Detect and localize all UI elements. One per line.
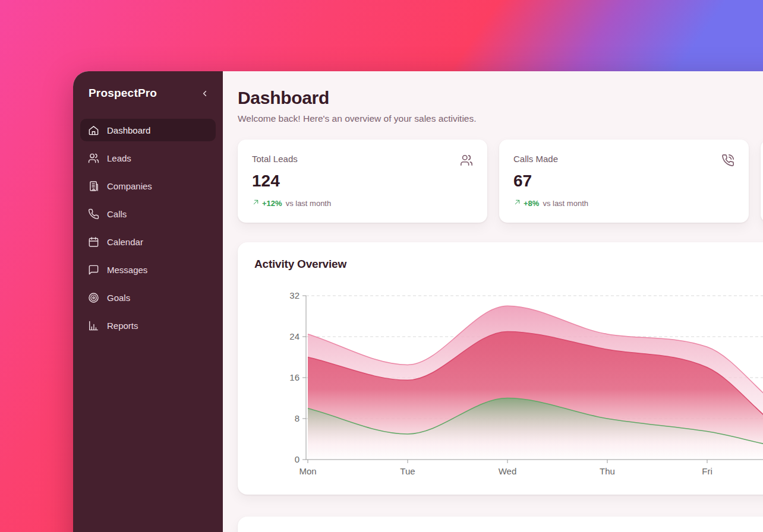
sidebar-item-label: Messages [107, 265, 147, 275]
sidebar-item-label: Calls [107, 209, 127, 219]
trend-percent: +12% [262, 199, 282, 208]
stat-card-calls-made: Calls Made67+8%vs last month [499, 140, 749, 223]
stat-value: 124 [252, 172, 473, 191]
sidebar-item-calendar[interactable]: Calendar [80, 230, 216, 253]
trend-percent: +8% [524, 199, 539, 208]
page-title: Dashboard [238, 87, 763, 109]
activity-chart: 08162432MonTueWedThuFriSatSun [254, 279, 763, 477]
trend-up-group: +8% [513, 198, 539, 208]
bar-chart-icon [88, 320, 99, 331]
users-icon [88, 153, 99, 164]
stat-value: 67 [513, 172, 734, 191]
stat-label: Total Leads [252, 154, 298, 164]
svg-text:0: 0 [295, 454, 299, 464]
stat-card-header: Total Leads [252, 154, 473, 167]
sidebar: ProspectPro DashboardLeadsCompaniesCalls… [73, 71, 223, 532]
page-subtitle: Welcome back! Here's an overview of your… [238, 112, 763, 125]
svg-text:Thu: Thu [600, 466, 615, 476]
chevron-left-icon [200, 89, 209, 98]
calendar-icon [88, 236, 99, 248]
sidebar-item-calls[interactable]: Calls [80, 202, 216, 225]
svg-text:Mon: Mon [299, 466, 316, 476]
activity-chart-svg: 08162432MonTueWedThuFriSatSun [254, 279, 763, 477]
sidebar-item-label: Companies [107, 181, 152, 191]
sidebar-item-label: Dashboard [107, 125, 150, 135]
sidebar-item-label: Goals [107, 293, 130, 303]
users-icon [460, 154, 473, 167]
sidebar-item-messages[interactable]: Messages [80, 258, 216, 281]
trend-note: vs last month [286, 199, 332, 208]
sidebar-item-label: Leads [107, 153, 131, 163]
svg-text:24: 24 [289, 331, 299, 341]
stat-card-partial [761, 140, 763, 223]
chart-title: Activity Overview [254, 258, 763, 271]
sidebar-item-companies[interactable]: Companies [80, 175, 216, 197]
sidebar-item-label: Calendar [107, 237, 143, 247]
sidebar-item-label: Reports [107, 321, 138, 331]
home-icon [88, 125, 99, 136]
message-icon [88, 264, 99, 276]
sidebar-item-reports[interactable]: Reports [80, 314, 216, 337]
trend-up-arrow-icon [252, 198, 260, 208]
svg-text:8: 8 [295, 413, 299, 423]
stat-card-total-leads: Total Leads124+12%vs last month [238, 140, 487, 223]
building-icon [88, 180, 99, 192]
sidebar-collapse-button[interactable] [196, 88, 214, 99]
svg-text:16: 16 [289, 372, 299, 382]
brand-name: ProspectPro [89, 87, 157, 100]
main-content: Dashboard Welcome back! Here's an overvi… [223, 71, 763, 532]
trend-up-arrow-icon [513, 198, 521, 208]
sidebar-item-goals[interactable]: Goals [80, 286, 216, 309]
sidebar-item-leads[interactable]: Leads [80, 147, 216, 169]
stats-row: Total Leads124+12%vs last monthCalls Mad… [238, 140, 763, 223]
stat-card-header: Calls Made [513, 154, 734, 167]
phone-call-icon [721, 154, 734, 167]
trend-up-group: +12% [252, 198, 282, 208]
svg-text:Fri: Fri [702, 466, 712, 476]
svg-text:Tue: Tue [400, 466, 415, 476]
app-window: ProspectPro DashboardLeadsCompaniesCalls… [73, 71, 763, 532]
target-icon [88, 292, 99, 303]
stat-trend: +12%vs last month [252, 198, 473, 208]
sidebar-item-dashboard[interactable]: Dashboard [80, 119, 216, 141]
activity-overview-card: Activity Overview 08162432MonTueWedThuFr… [238, 242, 763, 495]
stat-trend: +8%vs last month [513, 198, 734, 208]
bottom-card-partial [238, 517, 763, 532]
sidebar-nav: DashboardLeadsCompaniesCallsCalendarMess… [80, 119, 216, 337]
sidebar-brand-row: ProspectPro [80, 87, 216, 100]
stat-label: Calls Made [513, 154, 558, 164]
svg-text:Wed: Wed [499, 466, 517, 476]
trend-note: vs last month [543, 199, 588, 208]
phone-icon [88, 208, 99, 220]
svg-text:32: 32 [289, 290, 299, 300]
